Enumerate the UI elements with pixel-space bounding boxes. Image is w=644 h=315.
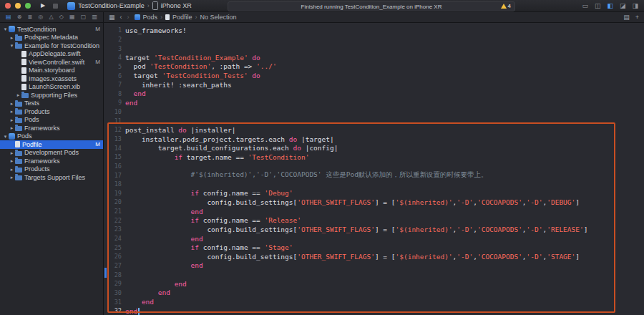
code-line[interactable]: 21 end [104,207,644,216]
sidebar-item-pods[interactable]: ▾Pods [0,132,103,141]
code-line[interactable]: 3 [104,44,644,53]
line-number[interactable]: 15 [104,153,125,160]
line-number[interactable]: 12 [104,126,125,133]
minimize-button[interactable] [15,3,21,9]
sidebar-item-appdelegate-swift[interactable]: AppDelegate.swift [0,50,103,59]
disclosure-open-icon[interactable]: ▾ [2,134,9,139]
forward-icon[interactable]: › [127,14,130,21]
sidebar-item-products[interactable]: ▸Products [0,165,103,174]
code-line[interactable]: 5 pod 'TestCondition', :path => '../' [104,62,644,72]
line-number[interactable]: 27 [104,262,125,269]
sidebar-item-supporting-files[interactable]: ▸Supporting Files [0,91,103,100]
source-control-icon[interactable]: ⊗ [17,14,22,20]
line-number[interactable]: 13 [104,135,125,142]
line-number[interactable]: 14 [104,145,125,152]
code-line[interactable]: 14 target.build_configurations.each do |… [104,143,644,152]
assistant-editor-icon[interactable]: ◫ [595,3,601,9]
sidebar-item-frameworks[interactable]: ▸Frameworks [0,124,103,132]
code-line[interactable]: 26 config.build_settings['OTHER_SWIFT_FL… [104,252,644,261]
line-number[interactable]: 1 [104,26,125,34]
line-number[interactable]: 17 [104,172,125,179]
line-number[interactable]: 29 [104,280,125,287]
sidebar-item-pods[interactable]: ▸Pods [0,116,103,125]
project-navigator-icon[interactable]: ▤ [6,14,11,20]
code-line[interactable]: 19 if config.name == 'Debug' [104,189,644,198]
code-line[interactable]: 11 [104,116,644,125]
related-items-icon[interactable]: ▦ [109,14,115,21]
disclosure-closed-icon[interactable]: ▸ [15,92,21,97]
debug-navigator-icon[interactable]: ▦ [69,14,75,20]
line-number[interactable]: 3 [104,45,125,52]
line-number[interactable]: 23 [104,226,125,233]
line-number[interactable]: 28 [104,271,125,278]
breakpoint-navigator-icon[interactable]: ▢ [81,14,87,20]
sidebar-item-targets-support-files[interactable]: ▸Targets Support Files [0,173,103,182]
sidebar-item-images-xcassets[interactable]: Images.xcassets [0,74,103,83]
disclosure-closed-icon[interactable]: ▸ [9,125,15,130]
debug-area-icon[interactable]: ◪ [620,3,626,9]
sidebar-item-viewcontroller-swift[interactable]: ViewController.swiftM [0,58,103,67]
run-button[interactable]: ▶ [41,3,45,9]
sidebar-item-products[interactable]: ▸Products [0,107,103,116]
code-line[interactable]: 20 config.build_settings['OTHER_SWIFT_FL… [104,198,644,207]
line-number[interactable]: 30 [104,289,125,296]
stop-button[interactable] [53,4,58,9]
editor-only-icon[interactable]: ▭ [582,3,588,9]
warning-badge[interactable]: 4 [501,3,511,9]
scheme-selector[interactable]: TestCondition-Example › iPhone XR [67,1,192,10]
line-number[interactable]: 20 [104,198,125,205]
close-button[interactable] [5,3,11,9]
disclosure-open-icon[interactable]: ▾ [9,43,15,48]
disclosure-closed-icon[interactable]: ▸ [9,117,15,122]
zoom-button[interactable] [25,3,31,9]
code-line[interactable]: 10 [104,107,644,117]
code-line[interactable]: 13 installer.pods_project.targets.each d… [104,135,644,144]
code-area[interactable]: 1use_frameworks!234target 'TestCondition… [104,26,644,315]
line-number[interactable]: 25 [104,244,125,251]
code-line[interactable]: 30 end [104,289,644,298]
line-number[interactable]: 9 [104,99,125,106]
sidebar-item-testcondition[interactable]: ▾TestConditionM [0,25,103,34]
code-line[interactable]: 8 end [104,89,644,98]
line-number[interactable]: 4 [104,54,125,61]
sidebar-item-podspec-metadata[interactable]: ▸Podspec Metadata [0,34,103,42]
code-line[interactable]: 4target 'TestCondition_Example' do [104,53,644,62]
sidebar-item-development-pods[interactable]: ▸Development Pods [0,149,103,158]
sidebar-item-launchscreen-xib[interactable]: LaunchScreen.xib [0,83,103,92]
sidebar-item-tests[interactable]: ▸Tests [0,100,103,108]
code-line[interactable]: 15 if target.name == 'TestCondition' [104,152,644,162]
report-navigator-icon[interactable]: ▥ [92,14,97,20]
breadcrumb-item-podfile[interactable]: Podfile [172,14,192,21]
disclosure-open-icon[interactable]: ▾ [2,26,9,32]
sidebar-item-podfile[interactable]: PodfileM [0,140,103,149]
code-line[interactable]: 2 [104,35,644,44]
code-line[interactable]: 6 target 'TestCondition_Tests' do [104,71,644,80]
code-line[interactable]: 23 config.build_settings['OTHER_SWIFT_FL… [104,225,644,234]
line-number[interactable]: 11 [104,117,125,125]
line-number[interactable]: 21 [104,208,125,215]
line-number[interactable]: 8 [104,90,125,97]
code-line[interactable]: 32end [104,306,644,315]
code-line[interactable]: 1use_frameworks! [104,26,644,35]
inspector-panel-icon[interactable]: ◨ [632,3,638,9]
disclosure-closed-icon[interactable]: ▸ [9,35,15,40]
code-line[interactable]: 31 end [104,297,644,306]
line-number[interactable]: 18 [104,180,125,188]
line-number[interactable]: 7 [104,81,125,88]
line-number[interactable]: 5 [104,63,125,70]
line-number[interactable]: 10 [104,108,125,115]
disclosure-closed-icon[interactable]: ▸ [9,101,15,106]
line-number[interactable]: 24 [104,235,125,242]
code-line[interactable]: 22 if config.name == 'Release' [104,215,644,225]
disclosure-closed-icon[interactable]: ▸ [9,109,15,114]
test-navigator-icon[interactable]: ◇ [59,14,64,20]
line-number[interactable]: 16 [104,163,125,170]
sidebar-item-main-storyboard[interactable]: Main.storyboard [0,67,103,75]
sidebar-item-frameworks[interactable]: ▸Frameworks [0,157,103,165]
navigator-panel-icon[interactable]: ◧ [607,3,613,9]
code-line[interactable]: 9end [104,98,644,107]
add-editor-icon[interactable]: + [635,14,639,21]
code-line[interactable]: 12post_install do |installer| [104,125,644,135]
code-line[interactable]: 7 inherit! :search_paths [104,80,644,89]
adjust-editor-options-icon[interactable]: ▤ [623,14,630,21]
